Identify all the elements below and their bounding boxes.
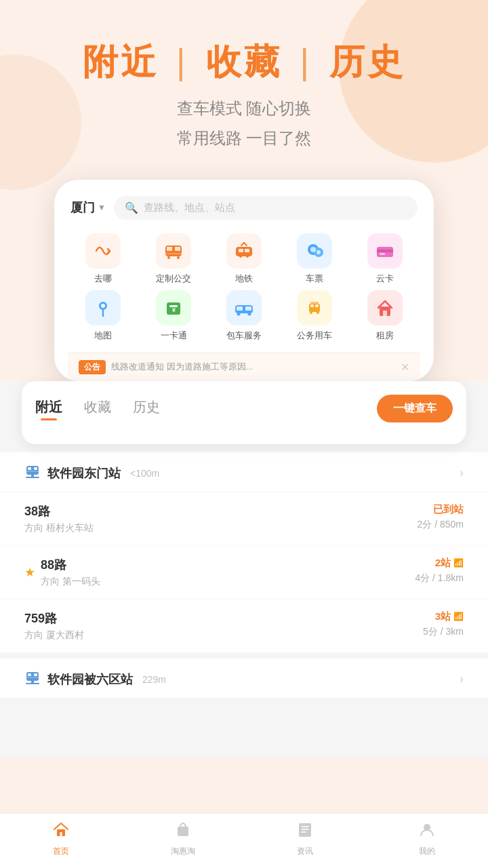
shop-icon bbox=[174, 821, 192, 843]
tab-history[interactable]: 历史 bbox=[133, 398, 160, 419]
svg-text:¥: ¥ bbox=[172, 307, 176, 313]
hero-title-part1: 附近 bbox=[83, 42, 159, 81]
icon-card-circle bbox=[367, 233, 403, 269]
icon-official-car[interactable]: 公务用车 bbox=[279, 290, 350, 342]
app-header: 厦门 ▼ 🔍 查路线、地点、站点 bbox=[68, 196, 420, 231]
svg-rect-6 bbox=[236, 247, 252, 256]
hero-subtitle-line1: 查车模式 随心切换 bbox=[0, 94, 488, 123]
tab-favorites[interactable]: 收藏 bbox=[84, 398, 111, 419]
star-icon-88: ★ bbox=[24, 565, 35, 580]
svg-point-14 bbox=[317, 250, 321, 254]
icon-bus[interactable]: 定制公交 bbox=[138, 233, 209, 285]
hero-divider-2: | bbox=[300, 42, 324, 81]
icon-rental[interactable]: 租房 bbox=[350, 290, 420, 342]
icon-bus-circle bbox=[156, 233, 191, 269]
bus-38-status: 已到站 bbox=[433, 503, 464, 516]
svg-rect-44 bbox=[34, 673, 37, 676]
icon-map[interactable]: 地图 bbox=[68, 290, 138, 342]
city-selector[interactable]: 厦门 ▼ bbox=[70, 199, 106, 216]
svg-rect-24 bbox=[237, 307, 243, 311]
svg-rect-30 bbox=[310, 304, 314, 307]
bus-row-38[interactable]: 38路 方向 梧村火车站 已到站 2分 / 850m bbox=[0, 492, 488, 546]
icon-grid: 去哪 定制公交 bbox=[68, 231, 420, 353]
icon-rental-circle bbox=[367, 290, 403, 326]
bus-38-left: 38路 方向 梧村火车站 bbox=[24, 503, 94, 534]
station-2-name: 软件园被六区站 bbox=[47, 671, 133, 688]
svg-point-27 bbox=[248, 312, 251, 315]
bus-88-number: 88路 bbox=[41, 557, 100, 573]
svg-rect-37 bbox=[28, 467, 31, 470]
svg-rect-36 bbox=[26, 466, 39, 475]
hero-title: 附近 | 收藏 | 历史 bbox=[0, 41, 488, 83]
home-icon bbox=[52, 821, 70, 843]
icon-quna[interactable]: 去哪 bbox=[68, 233, 138, 285]
svg-rect-9 bbox=[239, 249, 243, 252]
svg-rect-51 bbox=[299, 823, 311, 837]
bus-row-88[interactable]: ★ 88路 方向 第一码头 2站 📶 4分 / 1.8km bbox=[0, 546, 488, 599]
svg-rect-25 bbox=[245, 307, 251, 311]
notice-text: 线路改道通知 因为道路施工等原因... bbox=[111, 361, 395, 373]
svg-point-7 bbox=[239, 255, 242, 258]
city-name: 厦门 bbox=[70, 199, 95, 216]
bus-row-759[interactable]: 759路 方向 厦大西村 3站 📶 5分 / 3km bbox=[0, 599, 488, 653]
bus-stop-icon-2 bbox=[24, 669, 41, 690]
icon-transit[interactable]: ¥ 一卡通 bbox=[138, 290, 209, 342]
bus-759-right: 3站 📶 5分 / 3km bbox=[423, 610, 464, 638]
svg-rect-43 bbox=[28, 673, 31, 676]
svg-point-13 bbox=[310, 247, 316, 252]
svg-point-4 bbox=[177, 256, 180, 259]
news-icon bbox=[296, 821, 314, 843]
content-area: 附近 收藏 历史 一键查车 bbox=[0, 381, 488, 758]
icon-card-label: 云卡 bbox=[376, 273, 394, 285]
nav-home[interactable]: 首页 bbox=[34, 821, 88, 857]
icon-metro-circle bbox=[226, 233, 262, 269]
realtime-icon-759: 📶 bbox=[453, 612, 464, 621]
nav-shop[interactable]: 淘惠淘 bbox=[156, 821, 210, 857]
svg-point-3 bbox=[167, 256, 170, 259]
station-1-name: 软件园东门站 bbox=[47, 465, 121, 481]
realtime-icon-88: 📶 bbox=[453, 558, 464, 568]
phone-mockup: 厦门 ▼ 🔍 查路线、地点、站点 去哪 bbox=[54, 180, 434, 381]
station-2-header[interactable]: 软件园被六区站 229m › bbox=[0, 658, 488, 698]
station-2-arrow-icon: › bbox=[460, 672, 464, 686]
icon-metro[interactable]: 地铁 bbox=[209, 233, 279, 285]
station-1: 软件园东门站 <100m › 38路 方向 梧村火车站 已到站 2分 / 850… bbox=[0, 452, 488, 653]
bus-38-number: 38路 bbox=[24, 503, 94, 519]
svg-rect-49 bbox=[60, 832, 62, 836]
nav-news[interactable]: 资讯 bbox=[278, 821, 332, 857]
svg-rect-10 bbox=[245, 249, 249, 252]
svg-point-8 bbox=[246, 255, 249, 258]
tab-nearby[interactable]: 附近 bbox=[35, 398, 62, 419]
icon-transit-circle: ¥ bbox=[156, 290, 191, 326]
nav-profile[interactable]: 我的 bbox=[400, 821, 454, 857]
svg-rect-35 bbox=[383, 311, 387, 316]
bus-stop-icon-1 bbox=[24, 463, 41, 484]
svg-rect-42 bbox=[26, 672, 39, 681]
city-arrow-icon: ▼ bbox=[98, 203, 106, 212]
search-bar[interactable]: 🔍 查路线、地点、站点 bbox=[114, 196, 418, 220]
icon-quna-label: 去哪 bbox=[94, 273, 112, 285]
svg-rect-16 bbox=[377, 250, 393, 252]
hero-title-part3: 历史 bbox=[329, 42, 405, 81]
icon-charter[interactable]: 包车服务 bbox=[209, 290, 279, 342]
tab-panel: 附近 收藏 历史 一键查车 bbox=[22, 381, 466, 444]
nav-news-label: 资讯 bbox=[297, 846, 313, 857]
bus-38-right: 已到站 2分 / 850m bbox=[418, 503, 464, 531]
icon-ticket-label: 车票 bbox=[306, 273, 323, 285]
icon-ticket-circle bbox=[297, 233, 332, 269]
quick-check-button[interactable]: 一键查车 bbox=[377, 395, 453, 422]
notice-close-icon[interactable]: ✕ bbox=[401, 361, 409, 374]
bottom-nav: 首页 淘惠淘 资讯 我的 bbox=[0, 813, 488, 868]
notice-bar: 公告 线路改道通知 因为道路施工等原因... ✕ bbox=[68, 353, 420, 381]
search-placeholder: 查路线、地点、站点 bbox=[144, 201, 235, 214]
icon-card[interactable]: 云卡 bbox=[350, 233, 420, 285]
svg-point-32 bbox=[310, 311, 312, 314]
station-2: 软件园被六区站 229m › bbox=[0, 658, 488, 698]
profile-icon bbox=[418, 821, 436, 843]
icon-ticket[interactable]: 车票 bbox=[279, 233, 350, 285]
bus-759-number: 759路 bbox=[24, 610, 84, 627]
svg-rect-50 bbox=[178, 827, 188, 836]
nav-home-label: 首页 bbox=[53, 846, 69, 857]
icon-map-label: 地图 bbox=[94, 330, 112, 342]
station-1-header[interactable]: 软件园东门站 <100m › bbox=[0, 452, 488, 492]
